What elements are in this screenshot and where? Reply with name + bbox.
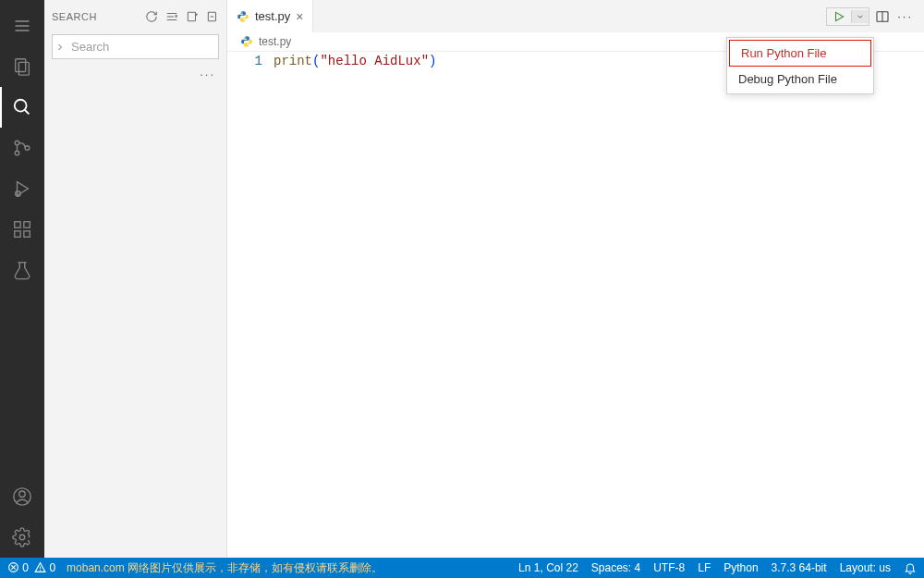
extensions-icon[interactable] <box>0 209 44 250</box>
debug-python-file-item[interactable]: Debug Python File <box>727 67 873 92</box>
search-input[interactable] <box>67 35 230 58</box>
breadcrumb-file: test.py <box>259 35 291 48</box>
search-box[interactable]: Aa ab _* <box>52 34 219 59</box>
svg-point-37 <box>40 570 41 571</box>
svg-rect-25 <box>188 12 195 20</box>
code-body[interactable]: 1 print("hello AidLux") <box>227 52 924 558</box>
svg-line-6 <box>25 110 30 115</box>
svg-rect-3 <box>16 59 26 72</box>
svg-marker-10 <box>18 182 29 196</box>
keyboard-layout[interactable]: Layout: us <box>840 561 891 574</box>
svg-rect-14 <box>24 231 30 237</box>
new-search-icon[interactable] <box>186 10 199 23</box>
testing-icon[interactable] <box>0 250 44 290</box>
split-editor-icon[interactable] <box>873 7 892 26</box>
chevron-right-icon[interactable] <box>53 38 67 56</box>
editor-area: test.py × ··· Run <box>227 0 924 558</box>
status-bar: 0 0 moban.com 网络图片仅供展示，非存储，如有侵权请联系删除。 Ln… <box>0 558 924 578</box>
python-icon <box>237 10 249 23</box>
encoding-status[interactable]: UTF-8 <box>653 561 685 574</box>
svg-point-18 <box>19 491 25 497</box>
line-number: 1 <box>227 54 262 68</box>
watermark-text: moban.com 网络图片仅供展示，非存储，如有侵权请联系删除。 <box>67 560 383 576</box>
svg-rect-13 <box>15 231 20 237</box>
more-icon[interactable]: ··· <box>895 7 915 25</box>
run-split-button[interactable] <box>826 7 869 26</box>
cursor-position[interactable]: Ln 1, Col 22 <box>518 561 578 574</box>
python-icon <box>240 35 253 48</box>
python-version[interactable]: 3.7.3 64-bit <box>772 561 827 574</box>
debug-icon[interactable] <box>0 168 44 209</box>
svg-rect-4 <box>18 62 29 75</box>
account-icon[interactable] <box>0 476 44 517</box>
language-status[interactable]: Python <box>723 561 758 574</box>
indent-status[interactable]: Spaces: 4 <box>591 561 640 574</box>
svg-marker-30 <box>836 12 844 20</box>
eol-status[interactable]: LF <box>698 561 711 574</box>
menu-icon[interactable] <box>0 6 44 46</box>
warnings-status[interactable]: 0 <box>34 561 55 574</box>
run-python-file-item[interactable]: Run Python File <box>729 40 871 67</box>
toggle-details-icon[interactable]: ... <box>44 61 226 82</box>
tab-label: test.py <box>255 9 290 23</box>
svg-point-5 <box>15 100 27 112</box>
errors-status[interactable]: 0 <box>7 561 29 574</box>
tabs-row: test.py × ··· Run <box>227 0 924 32</box>
activity-bar <box>0 0 44 558</box>
collapse-icon[interactable] <box>206 10 219 23</box>
svg-rect-12 <box>15 222 20 228</box>
search-sidebar: SEARCH Aa ab _* ... <box>44 0 227 558</box>
close-icon[interactable]: × <box>296 9 303 24</box>
tab-test-py[interactable]: test.py × <box>227 0 313 32</box>
source-control-icon[interactable] <box>0 128 44 168</box>
run-chevron-icon[interactable] <box>851 10 869 23</box>
sidebar-title: SEARCH <box>52 11 97 22</box>
clear-icon[interactable] <box>165 10 178 23</box>
explorer-icon[interactable] <box>0 46 44 87</box>
svg-point-8 <box>15 151 19 155</box>
svg-point-7 <box>15 141 19 145</box>
gutter: 1 <box>227 52 274 558</box>
svg-point-19 <box>19 535 25 540</box>
settings-icon[interactable] <box>0 517 44 558</box>
refresh-icon[interactable] <box>145 10 158 23</box>
search-icon[interactable] <box>0 87 44 128</box>
run-menu: Run Python File Debug Python File <box>726 37 874 94</box>
bell-icon[interactable] <box>904 561 917 574</box>
run-button[interactable] <box>827 8 851 25</box>
code-line[interactable]: print("hello AidLux") <box>274 52 436 558</box>
svg-rect-15 <box>24 222 30 228</box>
